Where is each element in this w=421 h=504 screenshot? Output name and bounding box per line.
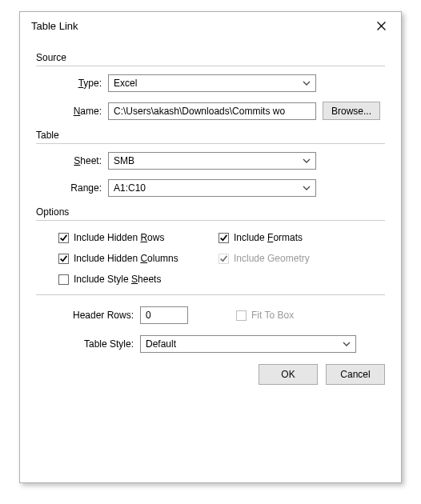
chevron-down-icon: [303, 79, 311, 87]
sheet-select[interactable]: SMB: [108, 152, 316, 170]
browse-button[interactable]: Browse...: [323, 102, 380, 120]
titlebar: Table Link: [20, 12, 401, 39]
chk-include-hidden-columns[interactable]: Include Hidden Columns: [58, 253, 219, 264]
table-style-select[interactable]: Default: [140, 335, 356, 353]
row-type: Type: Excel: [36, 74, 385, 92]
dialog-content: Source Type: Excel Name: C:\Users\akash\…: [20, 39, 401, 394]
header-rows-input[interactable]: 0: [140, 306, 188, 324]
checkbox-icon: [219, 254, 229, 264]
label-table-style: Table Style:: [36, 338, 140, 350]
ok-button[interactable]: OK: [259, 364, 318, 385]
footer-form: Header Rows: 0 Fit To Box Table Style: D…: [36, 306, 385, 353]
row-header-rows: Header Rows: 0 Fit To Box: [36, 306, 385, 324]
row-range: Range: A1:C10: [36, 179, 385, 197]
chk-include-formats[interactable]: Include Formats: [219, 232, 363, 243]
divider: [36, 143, 385, 144]
close-button[interactable]: [369, 16, 393, 35]
row-name: Name: C:\Users\akash\Downloads\Commits w…: [36, 102, 385, 120]
table-link-dialog: Table Link Source Type: Excel Name: C:\U…: [19, 11, 402, 483]
type-value: Excel: [114, 78, 137, 89]
label-name: Name:: [36, 106, 108, 117]
options-grid: Include Hidden Rows Include Formats Incl…: [36, 229, 385, 288]
section-source-label: Source: [36, 52, 385, 63]
row-table-style: Table Style: Default: [36, 335, 385, 353]
table-style-value: Default: [146, 338, 176, 350]
range-value: A1:C10: [114, 182, 146, 194]
checkbox-icon: [219, 233, 229, 243]
name-input[interactable]: C:\Users\akash\Downloads\Commits wo: [108, 102, 316, 120]
chevron-down-icon: [343, 340, 351, 348]
label-type: Type:: [36, 78, 108, 89]
row-sheet: Sheet: SMB: [36, 152, 385, 170]
chk-include-geometry: Include Geometry: [219, 253, 363, 264]
chk-label: Include Hidden Rows: [74, 232, 164, 243]
chk-label: Include Formats: [234, 232, 303, 243]
checkbox-icon: [58, 233, 69, 243]
chevron-down-icon: [303, 184, 311, 192]
label-range: Range:: [36, 182, 108, 194]
chk-label: Include Geometry: [234, 253, 310, 264]
chk-label: Include Hidden Columns: [74, 253, 178, 264]
sheet-value: SMB: [114, 155, 134, 166]
label-sheet: Sheet:: [36, 155, 108, 166]
divider: [36, 66, 385, 66]
cancel-button[interactable]: Cancel: [326, 364, 385, 385]
checkbox-icon: [58, 274, 69, 285]
checkbox-icon: [236, 310, 247, 321]
label-header-rows: Header Rows:: [36, 310, 140, 321]
dialog-buttons: OK Cancel: [36, 364, 385, 385]
chk-include-hidden-rows[interactable]: Include Hidden Rows: [58, 232, 219, 243]
checkbox-icon: [58, 254, 69, 264]
close-icon: [377, 22, 386, 30]
divider: [36, 294, 385, 295]
chk-fit-to-box: Fit To Box: [236, 310, 294, 321]
section-table-label: Table: [36, 130, 385, 141]
section-options-label: Options: [36, 206, 385, 218]
chevron-down-icon: [303, 157, 311, 165]
chk-label: Fit To Box: [251, 310, 294, 321]
chk-include-style-sheets[interactable]: Include Style Sheets: [58, 274, 219, 285]
type-select[interactable]: Excel: [108, 74, 316, 92]
dialog-title: Table Link: [31, 20, 78, 32]
chk-label: Include Style Sheets: [74, 274, 161, 285]
divider: [36, 220, 385, 221]
range-select[interactable]: A1:C10: [108, 179, 316, 197]
